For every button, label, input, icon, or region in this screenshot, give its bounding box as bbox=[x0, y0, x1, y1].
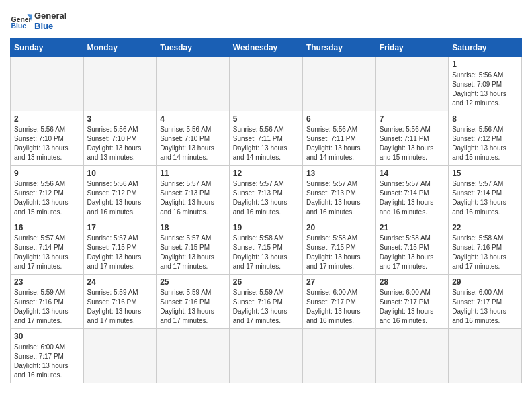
day-info: Sunrise: 5:56 AM Sunset: 7:11 PM Dayligh… bbox=[306, 125, 372, 163]
day-info: Sunrise: 5:56 AM Sunset: 7:09 PM Dayligh… bbox=[452, 71, 518, 108]
calendar-cell: 30Sunrise: 6:00 AM Sunset: 7:17 PM Dayli… bbox=[11, 329, 84, 383]
calendar-cell: 28Sunrise: 6:00 AM Sunset: 7:17 PM Dayli… bbox=[375, 275, 448, 329]
day-number: 26 bbox=[233, 277, 299, 287]
day-of-week-tuesday: Tuesday bbox=[157, 39, 230, 57]
day-of-week-sunday: Sunday bbox=[11, 39, 84, 57]
calendar-cell: 25Sunrise: 5:59 AM Sunset: 7:16 PM Dayli… bbox=[157, 275, 230, 329]
day-info: Sunrise: 5:57 AM Sunset: 7:15 PM Dayligh… bbox=[87, 234, 153, 271]
day-of-week-saturday: Saturday bbox=[449, 39, 522, 57]
calendar-cell: 14Sunrise: 5:57 AM Sunset: 7:14 PM Dayli… bbox=[375, 166, 448, 220]
calendar-cell: 18Sunrise: 5:57 AM Sunset: 7:15 PM Dayli… bbox=[157, 220, 230, 275]
calendar-cell: 19Sunrise: 5:58 AM Sunset: 7:15 PM Dayli… bbox=[229, 220, 302, 275]
logo: General Blue General Blue bbox=[10, 10, 66, 32]
calendar-cell: 29Sunrise: 6:00 AM Sunset: 7:17 PM Dayli… bbox=[449, 275, 522, 329]
day-number: 23 bbox=[14, 277, 80, 287]
calendar-cell bbox=[302, 57, 375, 111]
calendar-cell: 20Sunrise: 5:58 AM Sunset: 7:15 PM Dayli… bbox=[302, 220, 375, 275]
day-number: 15 bbox=[452, 169, 518, 178]
day-number: 27 bbox=[306, 277, 372, 287]
day-info: Sunrise: 5:57 AM Sunset: 7:13 PM Dayligh… bbox=[160, 179, 226, 217]
calendar-cell: 3Sunrise: 5:56 AM Sunset: 7:10 PM Daylig… bbox=[83, 111, 157, 166]
day-number: 10 bbox=[87, 169, 153, 178]
day-number: 7 bbox=[380, 114, 445, 124]
day-number: 20 bbox=[306, 223, 372, 232]
calendar-cell bbox=[157, 57, 230, 111]
day-info: Sunrise: 6:00 AM Sunset: 7:17 PM Dayligh… bbox=[306, 288, 372, 326]
logo-icon: General Blue bbox=[10, 10, 32, 32]
calendar-cell bbox=[229, 329, 302, 383]
calendar-week-2: 2Sunrise: 5:56 AM Sunset: 7:10 PM Daylig… bbox=[11, 111, 522, 166]
day-number: 19 bbox=[233, 223, 299, 232]
calendar-cell bbox=[375, 57, 448, 111]
day-number: 17 bbox=[87, 223, 153, 232]
day-info: Sunrise: 5:57 AM Sunset: 7:14 PM Dayligh… bbox=[380, 179, 445, 217]
day-number: 16 bbox=[14, 223, 80, 232]
day-info: Sunrise: 6:00 AM Sunset: 7:17 PM Dayligh… bbox=[14, 342, 80, 380]
day-info: Sunrise: 5:59 AM Sunset: 7:16 PM Dayligh… bbox=[160, 288, 226, 326]
day-info: Sunrise: 5:57 AM Sunset: 7:14 PM Dayligh… bbox=[452, 179, 518, 217]
calendar-cell: 9Sunrise: 5:56 AM Sunset: 7:12 PM Daylig… bbox=[11, 166, 84, 220]
calendar-week-6: 30Sunrise: 6:00 AM Sunset: 7:17 PM Dayli… bbox=[11, 329, 522, 383]
calendar-week-4: 16Sunrise: 5:57 AM Sunset: 7:14 PM Dayli… bbox=[11, 220, 522, 275]
day-info: Sunrise: 5:56 AM Sunset: 7:12 PM Dayligh… bbox=[452, 125, 518, 163]
day-number: 30 bbox=[14, 332, 80, 341]
svg-text:Blue: Blue bbox=[11, 22, 27, 30]
day-number: 21 bbox=[380, 223, 445, 232]
day-info: Sunrise: 5:56 AM Sunset: 7:10 PM Dayligh… bbox=[14, 125, 80, 163]
day-of-week-monday: Monday bbox=[83, 39, 157, 57]
day-info: Sunrise: 5:57 AM Sunset: 7:15 PM Dayligh… bbox=[160, 234, 226, 271]
day-number: 12 bbox=[233, 169, 299, 178]
calendar-table: SundayMondayTuesdayWednesdayThursdayFrid… bbox=[10, 38, 522, 383]
day-of-week-thursday: Thursday bbox=[302, 39, 375, 57]
calendar-header-row: SundayMondayTuesdayWednesdayThursdayFrid… bbox=[11, 39, 522, 57]
calendar-cell bbox=[83, 329, 157, 383]
calendar-cell: 4Sunrise: 5:56 AM Sunset: 7:10 PM Daylig… bbox=[157, 111, 230, 166]
calendar-cell: 13Sunrise: 5:57 AM Sunset: 7:13 PM Dayli… bbox=[302, 166, 375, 220]
day-info: Sunrise: 5:56 AM Sunset: 7:12 PM Dayligh… bbox=[14, 179, 80, 217]
day-info: Sunrise: 5:58 AM Sunset: 7:15 PM Dayligh… bbox=[380, 234, 445, 271]
day-info: Sunrise: 5:59 AM Sunset: 7:16 PM Dayligh… bbox=[233, 288, 299, 326]
day-info: Sunrise: 5:57 AM Sunset: 7:14 PM Dayligh… bbox=[14, 234, 80, 271]
day-info: Sunrise: 5:58 AM Sunset: 7:15 PM Dayligh… bbox=[233, 234, 299, 271]
day-number: 1 bbox=[452, 60, 518, 69]
page-header: General Blue General Blue bbox=[10, 10, 522, 32]
day-info: Sunrise: 5:58 AM Sunset: 7:16 PM Dayligh… bbox=[452, 234, 518, 271]
calendar-cell bbox=[302, 329, 375, 383]
day-info: Sunrise: 6:00 AM Sunset: 7:17 PM Dayligh… bbox=[380, 288, 445, 326]
day-number: 28 bbox=[380, 277, 445, 287]
day-number: 25 bbox=[160, 277, 226, 287]
day-number: 8 bbox=[452, 114, 518, 124]
calendar-cell bbox=[83, 57, 157, 111]
calendar-cell: 2Sunrise: 5:56 AM Sunset: 7:10 PM Daylig… bbox=[11, 111, 84, 166]
day-number: 3 bbox=[87, 114, 153, 124]
day-number: 24 bbox=[87, 277, 153, 287]
calendar-cell: 5Sunrise: 5:56 AM Sunset: 7:11 PM Daylig… bbox=[229, 111, 302, 166]
logo-general-text: General bbox=[34, 11, 66, 21]
day-info: Sunrise: 5:58 AM Sunset: 7:15 PM Dayligh… bbox=[306, 234, 372, 271]
day-number: 5 bbox=[233, 114, 299, 124]
calendar-cell: 1Sunrise: 5:56 AM Sunset: 7:09 PM Daylig… bbox=[449, 57, 522, 111]
calendar-cell: 16Sunrise: 5:57 AM Sunset: 7:14 PM Dayli… bbox=[11, 220, 84, 275]
day-number: 9 bbox=[14, 169, 80, 178]
day-number: 2 bbox=[14, 114, 80, 124]
day-info: Sunrise: 5:59 AM Sunset: 7:16 PM Dayligh… bbox=[87, 288, 153, 326]
day-number: 4 bbox=[160, 114, 226, 124]
calendar-cell: 24Sunrise: 5:59 AM Sunset: 7:16 PM Dayli… bbox=[83, 275, 157, 329]
day-info: Sunrise: 5:56 AM Sunset: 7:12 PM Dayligh… bbox=[87, 179, 153, 217]
day-info: Sunrise: 5:57 AM Sunset: 7:13 PM Dayligh… bbox=[233, 179, 299, 217]
day-info: Sunrise: 5:56 AM Sunset: 7:11 PM Dayligh… bbox=[233, 125, 299, 163]
day-number: 11 bbox=[160, 169, 226, 178]
calendar-cell: 15Sunrise: 5:57 AM Sunset: 7:14 PM Dayli… bbox=[449, 166, 522, 220]
calendar-cell: 26Sunrise: 5:59 AM Sunset: 7:16 PM Dayli… bbox=[229, 275, 302, 329]
day-info: Sunrise: 5:56 AM Sunset: 7:10 PM Dayligh… bbox=[160, 125, 226, 163]
day-info: Sunrise: 5:56 AM Sunset: 7:10 PM Dayligh… bbox=[87, 125, 153, 163]
calendar-cell: 22Sunrise: 5:58 AM Sunset: 7:16 PM Dayli… bbox=[449, 220, 522, 275]
calendar-cell: 23Sunrise: 5:59 AM Sunset: 7:16 PM Dayli… bbox=[11, 275, 84, 329]
calendar-cell: 12Sunrise: 5:57 AM Sunset: 7:13 PM Dayli… bbox=[229, 166, 302, 220]
calendar-cell bbox=[375, 329, 448, 383]
calendar-cell: 27Sunrise: 6:00 AM Sunset: 7:17 PM Dayli… bbox=[302, 275, 375, 329]
day-number: 29 bbox=[452, 277, 518, 287]
calendar-cell: 21Sunrise: 5:58 AM Sunset: 7:15 PM Dayli… bbox=[375, 220, 448, 275]
day-number: 6 bbox=[306, 114, 372, 124]
calendar-week-1: 1Sunrise: 5:56 AM Sunset: 7:09 PM Daylig… bbox=[11, 57, 522, 111]
